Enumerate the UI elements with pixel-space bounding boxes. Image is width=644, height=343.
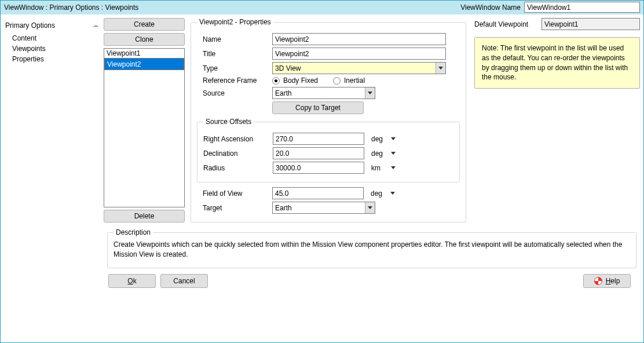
note-box: Note: The first viewpoint in the list wi… — [474, 37, 640, 89]
type-label: Type — [197, 64, 272, 72]
fov-label: Field of View — [197, 189, 272, 198]
clone-button[interactable]: Clone — [104, 33, 185, 46]
source-value: Earth — [273, 89, 365, 97]
source-offsets-group: Source Offsets Right Ascension deg Decli… — [197, 118, 460, 183]
sidebar-item-properties[interactable]: Properties — [4, 54, 100, 64]
upper-area: Create Clone Viewpoint1Viewpoint2 Delete… — [104, 18, 640, 222]
cancel-button[interactable]: Cancel — [160, 274, 208, 288]
chevron-down-icon — [436, 63, 445, 74]
fov-input[interactable] — [272, 187, 364, 199]
dec-input[interactable] — [273, 147, 364, 159]
titlebar: ViewWindow : Primary Options : Viewpoint… — [1, 1, 643, 14]
name-input[interactable] — [272, 33, 446, 45]
content-area: Primary Options ︽ ContentViewpointsPrope… — [1, 14, 643, 342]
radius-unit: km — [364, 164, 386, 172]
sidebar-item-viewpoints[interactable]: Viewpoints — [4, 43, 100, 54]
source-label: Source — [197, 89, 272, 97]
type-value: 3D View — [273, 64, 436, 72]
list-item[interactable]: Viewpoint1 — [104, 49, 184, 58]
dec-label: Declination — [203, 149, 273, 158]
fov-unit: deg — [364, 189, 386, 198]
right-column: Default Viewpoint Note: The first viewpo… — [466, 18, 640, 222]
properties-column: Viewpoint2 - Properties Name Title Type — [191, 18, 466, 222]
target-label: Target — [197, 204, 272, 212]
target-value: Earth — [273, 204, 365, 212]
target-select[interactable]: Earth — [272, 202, 375, 214]
title-label: Title — [197, 50, 272, 58]
list-column: Create Clone Viewpoint1Viewpoint2 Delete — [104, 18, 185, 222]
refframe-inertial-radio[interactable]: Inertial — [333, 76, 365, 85]
source-offsets-legend: Source Offsets — [203, 118, 254, 126]
chevron-down-icon — [390, 192, 395, 195]
ra-input[interactable] — [273, 133, 364, 145]
collapse-icon: ︽ — [93, 23, 99, 28]
radio-icon — [272, 77, 280, 85]
copy-to-target-button[interactable]: Copy to Target — [272, 101, 364, 114]
help-icon — [594, 277, 602, 285]
chevron-down-icon — [365, 87, 375, 98]
chevron-down-icon — [391, 137, 396, 140]
description-legend: Description — [114, 228, 153, 236]
ra-unit: deg — [364, 135, 386, 143]
ra-label: Right Ascension — [203, 135, 273, 143]
breadcrumb: ViewWindow : Primary Options : Viewpoint… — [4, 3, 460, 12]
chevron-down-icon — [391, 166, 396, 169]
title-input[interactable] — [272, 48, 446, 60]
viewpoint-listbox[interactable]: Viewpoint1Viewpoint2 — [104, 48, 185, 207]
ok-button[interactable]: Ok — [108, 274, 156, 288]
ra-unit-menu[interactable] — [386, 137, 400, 140]
delete-button[interactable]: Delete — [104, 210, 185, 222]
default-viewpoint-label: Default Viewpoint — [474, 20, 541, 28]
sidebar: Primary Options ︽ ContentViewpointsPrope… — [1, 18, 104, 342]
chevron-down-icon — [365, 202, 375, 213]
properties-legend: Viewpoint2 - Properties — [197, 18, 273, 26]
type-select[interactable]: 3D View — [272, 62, 446, 74]
description-text: Create Viewpoints which can be quickly s… — [114, 240, 630, 260]
create-button[interactable]: Create — [104, 18, 185, 31]
dec-unit-menu[interactable] — [386, 152, 400, 155]
window-name-label: ViewWindow Name — [460, 3, 521, 12]
chevron-down-icon — [391, 152, 396, 155]
properties-group: Viewpoint2 - Properties Name Title Type — [191, 18, 466, 222]
main-area: Create Clone Viewpoint1Viewpoint2 Delete… — [104, 18, 640, 342]
source-select[interactable]: Earth — [272, 87, 375, 99]
help-button[interactable]: Help — [583, 274, 631, 288]
sidebar-header-label: Primary Options — [5, 21, 55, 30]
list-item[interactable]: Viewpoint2 — [104, 58, 184, 70]
sidebar-item-content[interactable]: Content — [4, 33, 100, 43]
dec-unit: deg — [364, 149, 386, 158]
radius-label: Radius — [203, 164, 273, 172]
dialog-window: ViewWindow : Primary Options : Viewpoint… — [0, 0, 644, 343]
description-group: Description Create Viewpoints which can … — [107, 228, 636, 268]
description-area: Description Create Viewpoints which can … — [107, 228, 636, 268]
refframe-bodyfixed-radio[interactable]: Body Fixed — [272, 76, 318, 85]
footer: Ok Cancel Help — [104, 268, 640, 294]
radius-input[interactable] — [273, 162, 364, 174]
sidebar-header[interactable]: Primary Options ︽ — [4, 20, 100, 33]
name-label: Name — [197, 35, 272, 43]
default-viewpoint-field — [541, 18, 640, 30]
window-name-input[interactable] — [524, 2, 640, 13]
fov-unit-menu[interactable] — [386, 192, 400, 195]
refframe-label: Reference Frame — [197, 76, 272, 85]
radius-unit-menu[interactable] — [386, 166, 400, 169]
radio-icon — [333, 77, 341, 85]
